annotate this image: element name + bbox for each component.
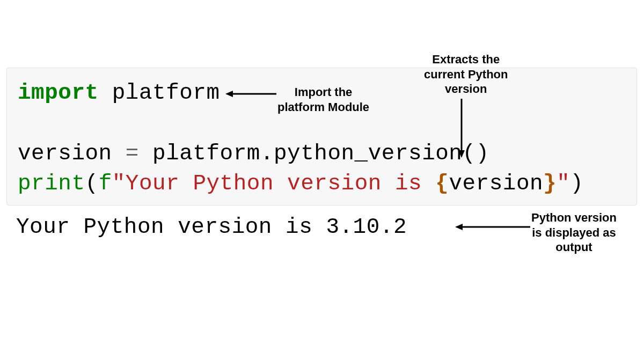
- annotation-extract: Extracts thecurrent Pythonversion: [424, 52, 508, 97]
- open-paren: (: [85, 171, 99, 196]
- fstring-prefix: f: [99, 171, 112, 196]
- brace-close: }: [543, 171, 557, 196]
- annotation-import: Import theplatform Module: [277, 85, 369, 114]
- string-content: Your Python version is: [126, 171, 435, 196]
- print-function: print: [18, 171, 85, 196]
- svg-marker-3: [458, 150, 465, 158]
- module-name: platform: [112, 80, 220, 105]
- svg-marker-1: [225, 91, 233, 97]
- method-call: platform.python_version(): [152, 141, 489, 166]
- string-open-quote: ": [112, 171, 126, 196]
- svg-marker-5: [455, 224, 463, 230]
- brace-open: {: [435, 171, 449, 196]
- arrow-icon: [225, 89, 279, 99]
- annotation-output: Python versionis displayed asoutput: [531, 210, 617, 255]
- code-line-2: version = platform.python_version(): [18, 138, 626, 169]
- close-paren: ): [570, 171, 583, 196]
- string-close-quote: ": [557, 171, 570, 196]
- import-keyword: import: [18, 80, 99, 105]
- assignment-operator: =: [126, 141, 139, 166]
- output-text: Your Python version is 3.10.2: [16, 215, 407, 239]
- arrow-icon: [455, 222, 533, 232]
- fstring-variable: version: [449, 171, 543, 196]
- variable-name: version: [18, 141, 112, 166]
- code-line-3: print(f"Your Python version is {version}…: [18, 168, 626, 199]
- arrow-icon: [456, 99, 467, 158]
